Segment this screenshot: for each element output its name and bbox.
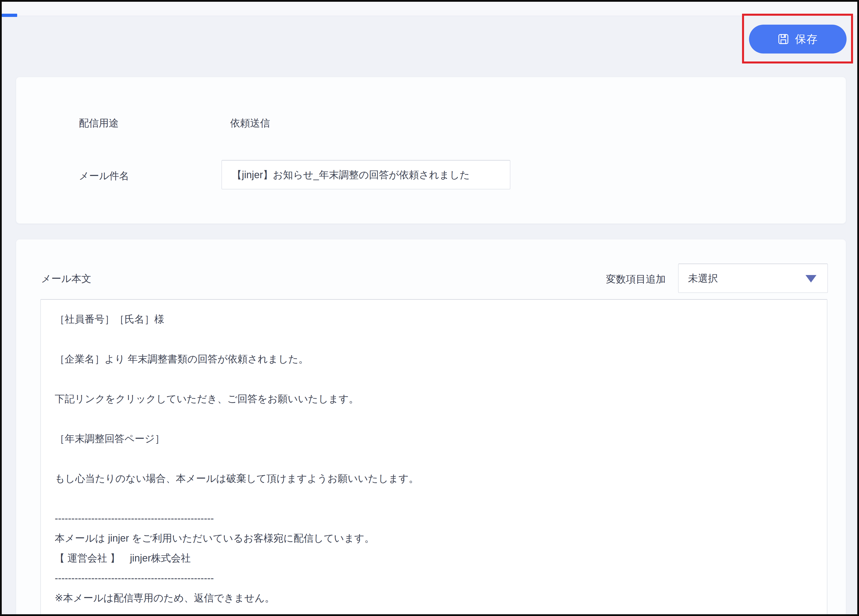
- variable-select-dropdown[interactable]: 未選択: [678, 264, 828, 293]
- mail-body-textarea[interactable]: ［社員番号］［氏名］様 ［企業名］より 年末調整書類の回答が依頼されました。 下…: [40, 299, 828, 616]
- app-window: 保存 配信用途 依頼送信 メール件名 メール本文 変数項目追加 未選択 ［社員番…: [0, 0, 859, 616]
- subject-label: メール件名: [79, 170, 129, 182]
- mail-settings-card: 配信用途 依頼送信 メール件名: [16, 77, 846, 224]
- mail-body-label: メール本文: [41, 272, 91, 285]
- subject-input[interactable]: [222, 160, 511, 189]
- chevron-down-icon: [806, 275, 817, 283]
- save-button[interactable]: 保存: [749, 25, 847, 53]
- floppy-disk-icon: [778, 33, 789, 45]
- mail-body-card: メール本文 変数項目追加 未選択 ［社員番号］［氏名］様 ［企業名］より 年末調…: [16, 239, 846, 616]
- delivery-purpose-value: 依頼送信: [230, 117, 270, 129]
- variable-select-value: 未選択: [688, 264, 718, 292]
- variable-add-label: 変数項目追加: [606, 273, 666, 285]
- active-tab-indicator: [2, 14, 17, 17]
- top-navigation-strip: [2, 2, 857, 16]
- annotation-highlight-box: 保存: [742, 14, 853, 64]
- delivery-purpose-label: 配信用途: [79, 117, 119, 129]
- save-button-label: 保存: [795, 32, 818, 47]
